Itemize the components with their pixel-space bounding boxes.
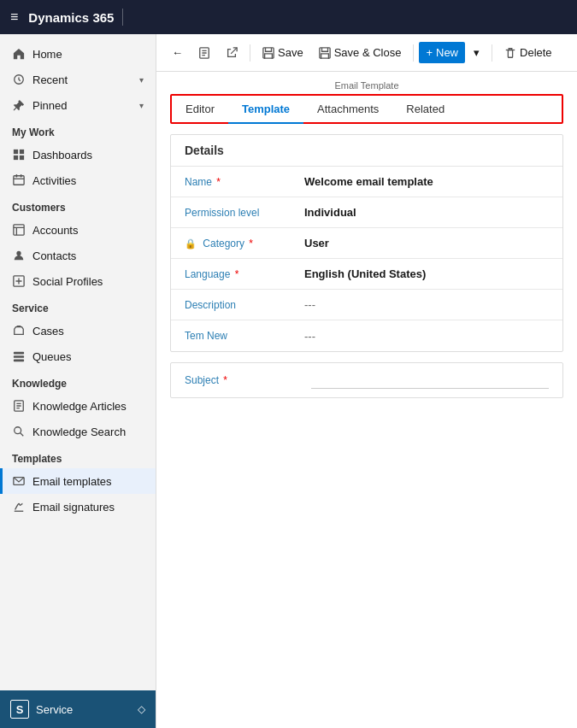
required-indicator-subject: *: [223, 374, 227, 386]
new-dropdown-button[interactable]: ▾: [467, 42, 486, 63]
back-icon: ←: [172, 46, 183, 59]
new-label: New: [436, 46, 458, 59]
field-value-permission: Individual: [304, 206, 356, 219]
details-header: Details: [171, 135, 562, 167]
required-indicator-name: *: [216, 176, 221, 188]
subject-input[interactable]: [311, 372, 549, 389]
record-button[interactable]: [191, 42, 217, 64]
field-row-category: 🔒 Category * User: [171, 228, 562, 259]
sidebar-item-email-signatures[interactable]: Email signatures: [0, 494, 156, 520]
svg-rect-7: [21, 174, 22, 178]
home-icon: [12, 47, 26, 61]
field-value-tem-new: ---: [304, 330, 315, 343]
field-value-name: Welcome email template: [304, 175, 433, 188]
svg-rect-5: [14, 176, 24, 185]
new-button[interactable]: + New: [419, 42, 465, 63]
sidebar-item-social-profiles[interactable]: Social Profiles: [0, 268, 156, 294]
tab-editor[interactable]: Editor: [172, 96, 228, 124]
sidebar-item-activities[interactable]: Activities: [0, 167, 156, 193]
svg-rect-11: [14, 352, 24, 355]
section-header-mywork: My Work: [0, 118, 156, 142]
save-button[interactable]: Save: [256, 42, 310, 64]
toolbar: ← Save: [156, 34, 577, 72]
save-label: Save: [278, 46, 303, 59]
details-section: Details Name * Welcome email template Pe…: [170, 134, 563, 352]
lock-icon: 🔒: [185, 238, 197, 249]
sidebar-item-recent[interactable]: Recent ▾: [0, 67, 156, 92]
required-indicator-category: *: [249, 238, 253, 250]
field-label-subject: Subject *: [185, 374, 304, 386]
section-header-knowledge: Knowledge: [0, 369, 156, 393]
svg-rect-20: [508, 50, 512, 58]
field-value-description: ---: [304, 298, 315, 311]
required-indicator-language: *: [235, 268, 239, 280]
sidebar-nav: Home Recent ▾ Pinned ▾ My Work: [0, 34, 156, 690]
sidebar-item-knowledge-articles[interactable]: Knowledge Articles: [0, 393, 156, 419]
svg-rect-2: [20, 150, 24, 154]
svg-rect-1: [14, 150, 18, 154]
recent-expand-icon: ▾: [139, 75, 144, 85]
accounts-icon: [12, 223, 26, 237]
app-title: Dynamics 365: [28, 10, 114, 25]
delete-button[interactable]: Delete: [498, 42, 559, 64]
hamburger-icon[interactable]: ≡: [10, 9, 18, 25]
svg-point-15: [15, 427, 21, 434]
field-row-description: Description ---: [171, 290, 562, 320]
subject-section: Subject *: [170, 362, 563, 398]
sidebar-avatar: S: [10, 700, 29, 719]
sidebar-item-email-templates[interactable]: Email templates: [0, 468, 156, 494]
svg-rect-13: [14, 360, 24, 362]
save-icon: [262, 46, 274, 60]
section-header-service: Service: [0, 294, 156, 318]
back-button[interactable]: ←: [165, 42, 190, 63]
save-close-label: Save & Close: [334, 46, 402, 59]
svg-rect-4: [20, 156, 24, 160]
sidebar-item-accounts[interactable]: Accounts: [0, 217, 156, 243]
tab-template[interactable]: Template: [228, 96, 303, 124]
sidebar: Home Recent ▾ Pinned ▾ My Work: [0, 34, 156, 728]
dropdown-icon: ▾: [474, 46, 480, 59]
open-button[interactable]: [219, 42, 244, 64]
main-layout: Home Recent ▾ Pinned ▾ My Work: [0, 34, 577, 728]
svg-rect-3: [14, 156, 18, 160]
field-label-permission: Permission level: [185, 207, 304, 219]
delete-icon: [504, 46, 516, 60]
sidebar-bottom[interactable]: S Service ◇: [0, 690, 156, 728]
contacts-icon: [12, 249, 26, 262]
sidebar-item-dashboards[interactable]: Dashboards: [0, 142, 156, 167]
section-header-templates: Templates: [0, 444, 156, 468]
tab-related[interactable]: Related: [392, 96, 458, 124]
cases-icon: [12, 324, 26, 338]
svg-point-9: [16, 251, 21, 255]
toolbar-sep-1: [250, 44, 250, 62]
field-row-permission: Permission level Individual: [171, 197, 562, 228]
toolbar-sep-2: [413, 44, 414, 62]
sidebar-item-queues[interactable]: Queues: [0, 343, 156, 369]
form-header-label: Email Template: [170, 80, 563, 91]
articles-icon: [12, 399, 26, 413]
form-content: Email Template Editor Template Attachmen…: [156, 72, 577, 728]
content-area: ← Save: [156, 34, 577, 728]
queues-icon: [12, 349, 26, 363]
delete-label: Delete: [520, 46, 552, 59]
social-icon: [12, 274, 26, 288]
field-row-language: Language * English (United States): [171, 259, 562, 290]
field-label-language: Language *: [185, 268, 304, 280]
new-plus-icon: +: [426, 46, 433, 59]
sidebar-item-contacts[interactable]: Contacts: [0, 243, 156, 268]
sidebar-item-home[interactable]: Home: [0, 41, 156, 67]
recent-icon: [12, 73, 26, 86]
sidebar-item-pinned[interactable]: Pinned ▾: [0, 92, 156, 118]
field-label-category: 🔒 Category *: [185, 238, 304, 250]
email-template-icon: [12, 474, 26, 488]
tabs-container: Editor Template Attachments Related: [170, 94, 563, 124]
sidebar-bottom-label: Service: [36, 703, 73, 716]
top-bar: ≡ Dynamics 365: [0, 0, 577, 34]
tab-attachments[interactable]: Attachments: [303, 96, 392, 124]
field-label-tem-new: Tem New: [185, 330, 304, 342]
sidebar-item-knowledge-search[interactable]: Knowledge Search: [0, 419, 156, 444]
sidebar-item-cases[interactable]: Cases: [0, 318, 156, 343]
search-icon: [12, 425, 26, 438]
save-close-button[interactable]: Save & Close: [312, 42, 409, 64]
open-icon: [226, 46, 238, 60]
